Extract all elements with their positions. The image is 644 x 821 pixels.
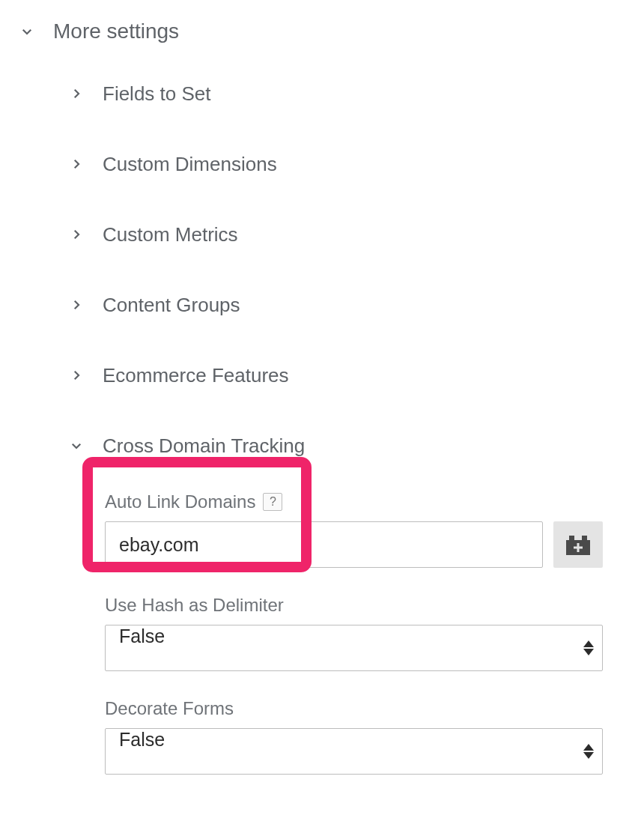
add-variable-button[interactable]	[553, 521, 603, 568]
decorate-forms-select[interactable]: False	[105, 728, 603, 775]
section-fields-to-set[interactable]: Fields to Set	[68, 58, 625, 129]
help-icon[interactable]: ?	[263, 493, 282, 511]
section-ecommerce-features[interactable]: Ecommerce Features	[68, 340, 625, 410]
decorate-forms-label: Decorate Forms	[105, 698, 234, 719]
svg-rect-1	[569, 536, 574, 541]
chevron-right-icon	[68, 297, 85, 313]
use-hash-field: Use Hash as Delimiter False	[105, 595, 603, 671]
chevron-right-icon	[68, 156, 85, 172]
chevron-right-icon	[68, 85, 85, 102]
auto-link-domains-label: Auto Link Domains	[105, 491, 255, 512]
section-content-groups[interactable]: Content Groups	[68, 270, 625, 340]
section-label: Ecommerce Features	[103, 364, 289, 387]
section-label: Custom Dimensions	[103, 153, 277, 176]
section-custom-metrics[interactable]: Custom Metrics	[68, 199, 625, 270]
use-hash-label: Use Hash as Delimiter	[105, 595, 284, 616]
brick-plus-icon	[565, 534, 591, 555]
more-settings-title: More settings	[53, 19, 179, 43]
svg-rect-2	[582, 536, 587, 541]
section-custom-dimensions[interactable]: Custom Dimensions	[68, 129, 625, 199]
auto-link-domains-field: Auto Link Domains ?	[105, 491, 603, 568]
svg-rect-4	[574, 547, 583, 549]
section-label: Content Groups	[103, 294, 240, 317]
section-label: Cross Domain Tracking	[103, 434, 305, 458]
cross-domain-content: Auto Link Domains ? Use Hash as Delimite…	[19, 491, 625, 775]
chevron-down-icon	[19, 23, 35, 40]
settings-sub-list: Fields to Set Custom Dimensions Custom M…	[19, 58, 625, 481]
chevron-right-icon	[68, 367, 85, 384]
chevron-right-icon	[68, 226, 85, 243]
more-settings-header[interactable]: More settings	[19, 19, 625, 43]
section-label: Custom Metrics	[103, 223, 238, 246]
chevron-down-icon	[68, 437, 85, 454]
decorate-forms-field: Decorate Forms False	[105, 698, 603, 775]
use-hash-select[interactable]: False	[105, 625, 603, 671]
section-cross-domain-tracking[interactable]: Cross Domain Tracking	[68, 410, 625, 481]
auto-link-domains-input[interactable]	[105, 521, 543, 568]
section-label: Fields to Set	[103, 82, 211, 106]
